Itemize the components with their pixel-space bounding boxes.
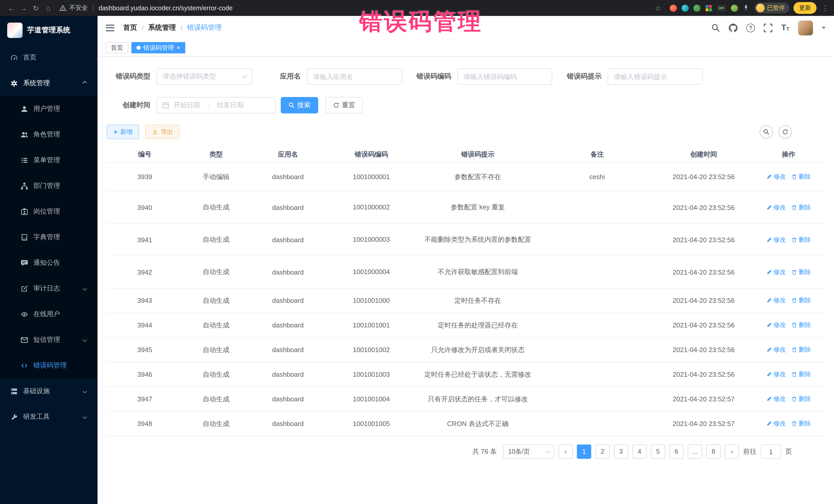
search-icon[interactable] <box>711 23 720 32</box>
goto-page-input[interactable] <box>761 444 781 459</box>
pin-icon[interactable] <box>742 5 749 11</box>
error-type-select[interactable]: 请选择错误码类型 <box>156 68 253 85</box>
chevron-down-icon <box>83 415 87 419</box>
browser-update-button[interactable]: 更新 <box>793 2 816 14</box>
user-avatar[interactable] <box>798 20 813 35</box>
sidebar-item-depts[interactable]: 部门管理 <box>0 173 97 199</box>
edit-button[interactable]: 修改 <box>766 296 786 305</box>
page-button-5[interactable]: 5 <box>651 444 665 459</box>
page-button-4[interactable]: 4 <box>632 444 647 459</box>
users-icon <box>21 131 28 138</box>
delete-button[interactable]: 删除 <box>791 296 811 305</box>
edit-button[interactable]: 修改 <box>766 268 786 277</box>
sidebar-item-posts[interactable]: 岗位管理 <box>0 199 97 224</box>
breadcrumb-system[interactable]: 系统管理 <box>148 23 176 32</box>
browser-profile-chip[interactable]: 已暂停 <box>754 3 789 13</box>
sidebar-item-dict[interactable]: 字典管理 <box>0 224 97 250</box>
browser-menu-icon[interactable]: ⋮ <box>822 4 829 12</box>
add-button[interactable]: + 新增 <box>107 125 139 139</box>
address-bar[interactable]: 不安全 dashboard.yudao.iocoder.cn/system/er… <box>60 4 664 12</box>
error-code-input[interactable] <box>457 68 552 85</box>
page-button-1[interactable]: 1 <box>577 444 591 459</box>
page-button-2[interactable]: 2 <box>595 444 610 459</box>
extension-icon[interactable] <box>705 4 712 12</box>
page-button-8[interactable]: 8 <box>706 444 721 459</box>
app-logo[interactable]: 芋道管理系统 <box>0 16 97 45</box>
search-button[interactable]: 搜索 <box>281 97 318 113</box>
reload-icon[interactable]: ↻ <box>30 4 42 12</box>
back-icon[interactable]: ← <box>5 4 18 12</box>
wrench-icon <box>10 413 18 421</box>
delete-button[interactable]: 删除 <box>791 395 811 403</box>
tab-home[interactable]: 首页 <box>106 42 128 53</box>
extension-icon[interactable] <box>730 4 738 12</box>
sidebar-item-infra[interactable]: 基础设施 <box>0 378 97 404</box>
delete-button[interactable]: 删除 <box>791 370 811 379</box>
forward-icon[interactable]: → <box>18 4 30 12</box>
font-size-icon[interactable]: TT <box>781 24 789 32</box>
tab-error-code[interactable]: 错误码管理 × <box>131 42 185 53</box>
sidebar-item-home[interactable]: 首页 <box>0 45 97 70</box>
prev-page-button[interactable]: ‹ <box>558 444 573 459</box>
sidebar-item-audit-log[interactable]: 审计日志 <box>0 276 97 301</box>
url-text[interactable]: dashboard.yudao.iocoder.cn/system/error-… <box>98 4 233 12</box>
sidebar-item-sms[interactable]: 短信管理 <box>0 327 97 353</box>
extension-icon[interactable] <box>670 4 677 12</box>
edit-button[interactable]: 修改 <box>766 345 786 354</box>
delete-button[interactable]: 删除 <box>791 172 811 181</box>
github-icon[interactable] <box>729 23 738 32</box>
close-icon[interactable]: × <box>177 45 180 51</box>
extension-icon[interactable] <box>681 4 688 12</box>
sidebar-item-roles[interactable]: 角色管理 <box>0 122 97 147</box>
chevron-up-icon <box>83 81 87 85</box>
security-label[interactable]: 不安全 <box>69 4 88 12</box>
edit-button[interactable]: 修改 <box>766 321 786 329</box>
breadcrumb-home[interactable]: 首页 <box>123 23 137 32</box>
delete-button[interactable]: 删除 <box>791 345 811 354</box>
edit-button[interactable]: 修改 <box>766 203 786 212</box>
reset-button[interactable]: 重置 <box>325 97 363 113</box>
help-icon[interactable]: ? <box>746 23 755 32</box>
top-navbar: 首页 / 系统管理 / 错误码管理 ? TT <box>97 16 834 40</box>
sidebar-toggle-icon[interactable] <box>106 24 114 31</box>
chevron-down-icon[interactable] <box>822 26 826 29</box>
delete-button[interactable]: 删除 <box>791 268 811 277</box>
sidebar-item-menus[interactable]: 菜单管理 <box>0 147 97 173</box>
delete-button[interactable]: 删除 <box>791 321 811 329</box>
page-button-6[interactable]: 6 <box>669 444 684 459</box>
date-range-picker[interactable]: 开始日期 - 结束日期 <box>156 97 276 113</box>
edit-button[interactable]: 修改 <box>766 395 786 403</box>
app-name-input[interactable] <box>307 68 402 85</box>
edit-button[interactable]: 修改 <box>766 235 786 244</box>
fullscreen-icon[interactable] <box>764 23 772 32</box>
delete-button[interactable]: 删除 <box>791 235 811 244</box>
extension-icon[interactable] <box>693 4 700 12</box>
home-icon[interactable]: ⌂ <box>42 4 54 12</box>
next-page-button[interactable]: › <box>725 444 739 459</box>
edit-button[interactable]: 修改 <box>766 172 786 181</box>
refresh-button[interactable] <box>778 125 792 138</box>
sidebar-item-error-code[interactable]: 错误码管理 <box>0 353 97 378</box>
export-button[interactable]: 导出 <box>145 125 180 139</box>
sidebar-item-notice[interactable]: 通知公告 <box>0 250 97 276</box>
table-row: 3942 自动生成 dashboard 1001000004 不允许获取敏感配置… <box>107 256 825 288</box>
delete-button[interactable]: 删除 <box>791 419 811 428</box>
org-tree-icon <box>21 182 28 190</box>
error-msg-input[interactable] <box>608 68 703 85</box>
bookmark-star-icon[interactable]: ☆ <box>655 4 661 12</box>
toggle-search-button[interactable] <box>760 125 773 138</box>
edit-button[interactable]: 修改 <box>766 370 786 379</box>
delete-button[interactable]: 删除 <box>791 203 811 212</box>
sidebar-item-system[interactable]: 系统管理 <box>0 70 97 96</box>
app-title: 芋道管理系统 <box>27 26 70 35</box>
edit-button[interactable]: 修改 <box>766 419 786 428</box>
page-button-3[interactable]: 3 <box>614 444 628 459</box>
sidebar-item-users[interactable]: 用户管理 <box>0 96 97 122</box>
sidebar-item-online-users[interactable]: 在线用户 <box>0 301 97 327</box>
sidebar-item-dev-tools[interactable]: 研发工具 <box>0 404 97 430</box>
extension-on-badge[interactable]: on <box>717 4 726 12</box>
browser-chrome: ← → ↻ ⌂ 不安全 dashboard.yudao.iocoder.cn/s… <box>0 0 834 16</box>
page-ellipsis-button[interactable]: ... <box>688 444 702 459</box>
page-size-select[interactable]: 10条/页 <box>503 444 554 459</box>
dashboard-icon <box>10 53 18 61</box>
